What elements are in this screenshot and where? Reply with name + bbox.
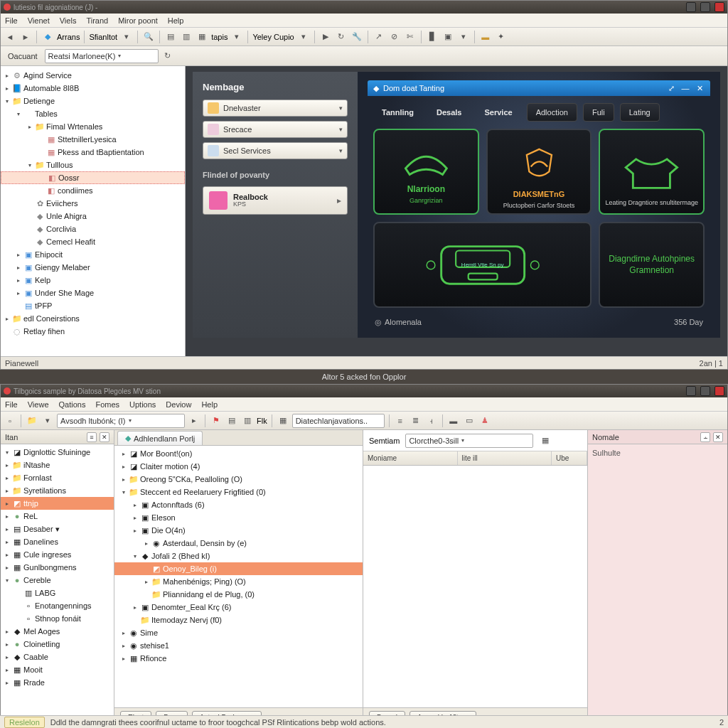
tree-item[interactable]: ▸▣Under She Mage: [1, 287, 185, 299]
status-chip[interactable]: Reslelon: [4, 717, 45, 728]
tile-car[interactable]: Hemtl Vtie Sn py: [373, 222, 592, 308]
twist-icon[interactable]: ▸: [4, 564, 11, 571]
tile-lating[interactable]: Leating Dragntiore snultitermage: [599, 129, 705, 215]
tree-item[interactable]: ◩Oenoy_Bileg (i): [114, 562, 363, 575]
twist-icon[interactable]: ▸: [4, 500, 11, 507]
tree-item[interactable]: ▸📁Syretilations: [1, 484, 114, 497]
twist-icon[interactable]: ▸: [4, 667, 11, 673]
menu-tirand[interactable]: Tirand: [86, 16, 108, 25]
twist-icon[interactable]: ▸: [132, 502, 139, 508]
diat-combo[interactable]: Diatechlanjavations..: [292, 414, 385, 428]
new-icon[interactable]: ▫: [4, 414, 16, 427]
twist-icon[interactable]: ▸: [4, 641, 11, 648]
twist-icon[interactable]: ▾: [4, 577, 11, 584]
tree-item[interactable]: ▸▤Desaber ▾: [1, 523, 114, 535]
play-icon[interactable]: ▶: [319, 31, 332, 43]
arrow-icon[interactable]: ↗: [373, 31, 385, 43]
tree-item[interactable]: ▸📁edl Coneirstions: [1, 312, 185, 325]
tree-item[interactable]: ▸▣Kelp: [1, 274, 185, 287]
nav-fwd-icon[interactable]: ►: [19, 31, 32, 43]
tree-item[interactable]: 📁Itemodayz Nervj (f0): [114, 614, 363, 626]
realbock-item[interactable]: RealbockKPS ▸: [203, 186, 348, 215]
chart-icon[interactable]: ▊: [426, 31, 439, 43]
tab-lating[interactable]: Lating: [620, 103, 660, 122]
tree-item[interactable]: ▸⚙Agind Service: [1, 69, 185, 82]
menu-vienet[interactable]: Vienet: [28, 16, 50, 25]
twist-icon[interactable]: ▸: [4, 488, 11, 494]
tree-item[interactable]: ▾●Cereble: [1, 574, 114, 587]
window-max-button[interactable]: [700, 2, 710, 12]
tree-item[interactable]: ▸▣Die O(4n): [114, 524, 363, 537]
twist-icon[interactable]: ▾: [120, 489, 127, 496]
window-min-button[interactable]: [686, 386, 696, 396]
twist-icon[interactable]: ▸: [4, 526, 11, 532]
panel-pin-icon[interactable]: ⫠: [700, 432, 710, 442]
tree-item[interactable]: ▸●ReL: [1, 510, 114, 523]
tab-tannling[interactable]: Tannling: [373, 103, 422, 122]
tree-item[interactable]: ▾📁Steccent ed Reelaruery Frigfitied (0): [114, 486, 363, 498]
tree-item[interactable]: ▦SttetnillerLyesica: [1, 133, 185, 146]
tree-item[interactable]: ▫Enotangennings: [1, 599, 114, 612]
tool-sfianltor[interactable]: Sfianltot: [89, 33, 117, 41]
combo-secl[interactable]: Secl Services▾: [203, 142, 348, 159]
twist-icon[interactable]: ▸: [120, 630, 127, 636]
chevron-down-icon[interactable]: ▾: [120, 31, 133, 43]
outdent-icon[interactable]: ≣: [410, 414, 422, 427]
tree-item[interactable]: ▸▦Mooit: [1, 663, 114, 676]
tree-item[interactable]: ▸◉Sime: [114, 626, 363, 639]
tree-item[interactable]: ▾◪Dignlottic Sfuininge: [1, 446, 114, 459]
wrench-icon[interactable]: 🔧: [350, 31, 363, 43]
tool-yeley[interactable]: Yeley Cupio: [252, 33, 294, 41]
chevron-down-icon[interactable]: ▾: [230, 31, 243, 43]
tree-item[interactable]: ▸📁Oreong 5"CKa, Pealloling (O): [114, 473, 363, 486]
twist-icon[interactable]: ▸: [120, 451, 127, 457]
tab-adhlendlann[interactable]: ◆Adhlendlann Porlj: [117, 431, 203, 445]
menu-help[interactable]: Help: [168, 16, 184, 25]
tree-item[interactable]: ▸▣Eleson: [114, 511, 363, 524]
user-icon[interactable]: ♟: [478, 414, 491, 427]
twist-icon[interactable]: ▾: [4, 98, 11, 105]
cut-icon[interactable]: ✄: [404, 31, 417, 43]
magnify-icon[interactable]: 🔍: [142, 31, 155, 43]
twist-icon[interactable]: ▸: [143, 579, 150, 585]
twist-icon[interactable]: ▾: [4, 449, 11, 456]
twist-icon[interactable]: ▸: [4, 85, 11, 92]
tree-item[interactable]: ▸▦Cule ingreses: [1, 548, 114, 561]
chevron-down-icon[interactable]: ▾: [457, 31, 470, 43]
note-icon[interactable]: ▬: [479, 31, 492, 43]
menu-viewe[interactable]: Viewe: [28, 400, 49, 409]
twist-icon[interactable]: ▸: [120, 643, 127, 649]
col-ube[interactable]: Ube: [552, 451, 587, 465]
tree-item[interactable]: ◌Retlay fihen: [1, 325, 185, 338]
twist-icon[interactable]: ▸: [4, 316, 11, 322]
twist-icon[interactable]: ▸: [132, 515, 139, 521]
tile-diagndirne[interactable]: Diagndirne Autohpines Gramnetion: [599, 222, 705, 308]
twist-icon[interactable]: ▸: [143, 540, 150, 547]
tile-diaksmetng[interactable]: DIAKSMETnG Pluctopberi Carfor Stoets: [486, 129, 592, 215]
menu-file[interactable]: File: [5, 400, 18, 409]
twist-icon[interactable]: ▾: [132, 553, 139, 560]
twist-icon[interactable]: ▸: [4, 513, 11, 520]
panel-menu-icon[interactable]: ≡: [87, 432, 97, 442]
dash-titlebar[interactable]: ◆ Dom doat Tanting ⤢ — ✕: [368, 80, 710, 96]
window-max-button[interactable]: [700, 386, 710, 396]
calendar-icon[interactable]: ▦: [539, 434, 552, 447]
tree-item[interactable]: ◧Oossr: [1, 171, 185, 184]
tab-service[interactable]: Service: [476, 103, 521, 122]
refresh-icon[interactable]: ↻: [161, 50, 174, 63]
doc2-icon[interactable]: ▥: [241, 414, 254, 427]
dash-close-icon[interactable]: ✕: [695, 83, 705, 93]
tree-item[interactable]: ▸▣Denomter_Eeal Krç (6): [114, 601, 363, 614]
tree-item[interactable]: ▫Sthnop fonáit: [1, 612, 114, 625]
tree-item[interactable]: ▸◉stehise1: [114, 639, 363, 652]
menu-miror[interactable]: Miror poont: [118, 16, 158, 25]
tool-flk[interactable]: Flk: [257, 417, 267, 425]
tab-desals[interactable]: Desals: [428, 103, 470, 122]
folder-icon[interactable]: 📁: [26, 414, 38, 427]
cancel-icon[interactable]: ⊘: [388, 31, 401, 43]
tree-item[interactable]: ▾📁Detienge: [1, 95, 185, 107]
tree-item[interactable]: ▸●Cloinetling: [1, 638, 114, 651]
twist-icon[interactable]: ▸: [15, 277, 22, 284]
menu-help[interactable]: Help: [201, 400, 218, 409]
db-icon[interactable]: ▬: [447, 414, 460, 427]
